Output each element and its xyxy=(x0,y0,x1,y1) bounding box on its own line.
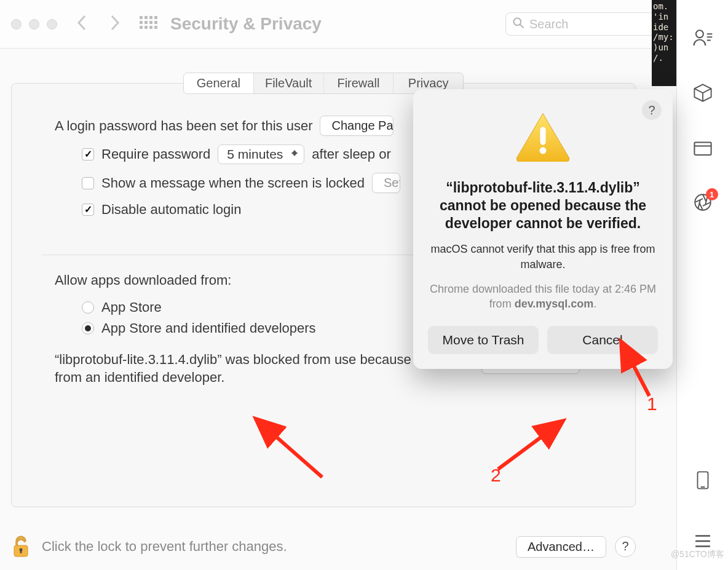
move-to-trash-button[interactable]: Move to Trash xyxy=(428,326,539,354)
tab-general[interactable]: General xyxy=(184,73,253,93)
warning-icon xyxy=(515,111,571,162)
search-input[interactable] xyxy=(529,17,659,31)
svg-point-0 xyxy=(695,30,703,38)
require-password-checkbox[interactable] xyxy=(82,148,94,160)
svg-line-17 xyxy=(272,433,322,477)
window-title: Security & Privacy xyxy=(170,14,322,34)
login-password-label: A login password has been set for this u… xyxy=(55,118,312,134)
show-all-prefs-icon[interactable] xyxy=(140,16,156,32)
advanced-button[interactable]: Advanced… xyxy=(516,536,606,558)
aperture-icon[interactable]: 1 xyxy=(692,192,713,213)
require-password-after-label: after sleep or screen saver begins xyxy=(312,146,392,162)
set-lock-message-button[interactable]: Set Lock Message... xyxy=(372,173,400,193)
tab-filevault[interactable]: FileVault xyxy=(254,73,323,93)
tab-firewall[interactable]: Firewall xyxy=(324,73,394,93)
search-field[interactable] xyxy=(505,12,665,36)
package-icon[interactable] xyxy=(692,82,713,103)
radio-app-store[interactable] xyxy=(82,301,94,314)
search-icon xyxy=(512,17,524,31)
folder-icon[interactable] xyxy=(692,137,713,158)
alert-title: “libprotobuf-lite.3.11.4.dylib” cannot b… xyxy=(434,179,652,232)
blocked-app-message: “libprotobuf-lite.3.11.4.dylib” was bloc… xyxy=(55,351,467,386)
help-button[interactable]: ? xyxy=(615,536,636,557)
hamburger-icon[interactable] xyxy=(692,531,713,552)
traffic-lights[interactable] xyxy=(11,19,57,30)
annotation-arrow-1 xyxy=(626,353,663,405)
radio-app-store-label: App Store xyxy=(101,299,162,315)
radio-identified-developers[interactable] xyxy=(82,322,94,334)
alert-body: macOS cannot verify that this app is fre… xyxy=(428,242,658,272)
svg-rect-1 xyxy=(694,143,711,155)
terminal-background-sliver: om.'inide/my:)un/. xyxy=(652,0,676,86)
radio-identified-developers-label: App Store and identified developers xyxy=(101,320,316,336)
minimize-window-icon[interactable] xyxy=(29,19,39,30)
show-message-label: Show a message when the screen is locked xyxy=(101,175,365,191)
close-window-icon[interactable] xyxy=(11,19,22,30)
watermark: @51CTO博客 xyxy=(671,549,724,560)
svg-rect-3 xyxy=(697,472,708,488)
svg-point-14 xyxy=(540,147,547,154)
svg-point-8 xyxy=(514,18,521,26)
annotation-arrow-2b xyxy=(263,427,331,485)
show-message-checkbox[interactable] xyxy=(82,177,94,189)
change-password-button[interactable]: Change Password... xyxy=(320,116,394,136)
back-icon[interactable] xyxy=(76,14,89,34)
notification-badge: 1 xyxy=(706,188,718,200)
prefs-footer: Click the lock to prevent further change… xyxy=(11,529,636,564)
svg-rect-12 xyxy=(20,550,22,553)
lock-description: Click the lock to prevent further change… xyxy=(42,539,287,555)
require-password-delay-select[interactable]: 5 minutes xyxy=(218,144,304,164)
gatekeeper-alert: ? “libprotobuf-lite.3.11.4.dylib” cannot… xyxy=(413,89,673,369)
app-right-sidebar: 1 xyxy=(676,0,728,570)
svg-rect-13 xyxy=(540,127,545,145)
tablet-icon[interactable] xyxy=(692,470,713,491)
window-toolbar: Security & Privacy xyxy=(0,0,676,49)
require-password-label: Require password xyxy=(101,146,210,162)
contacts-icon[interactable] xyxy=(692,28,713,49)
svg-line-9 xyxy=(520,25,524,28)
alert-help-button[interactable]: ? xyxy=(642,100,662,120)
zoom-window-icon[interactable] xyxy=(47,19,57,30)
disable-auto-login-label: Disable automatic login xyxy=(101,202,241,218)
forward-icon[interactable] xyxy=(108,14,121,34)
annotation-arrow-2a xyxy=(492,426,560,478)
disable-auto-login-checkbox[interactable] xyxy=(82,204,94,216)
cancel-button[interactable]: Cancel xyxy=(547,326,658,354)
lock-icon[interactable] xyxy=(11,534,31,559)
svg-line-16 xyxy=(498,433,546,469)
alert-source: Chrome downloaded this file today at 2:4… xyxy=(428,282,658,312)
svg-line-15 xyxy=(631,360,649,396)
